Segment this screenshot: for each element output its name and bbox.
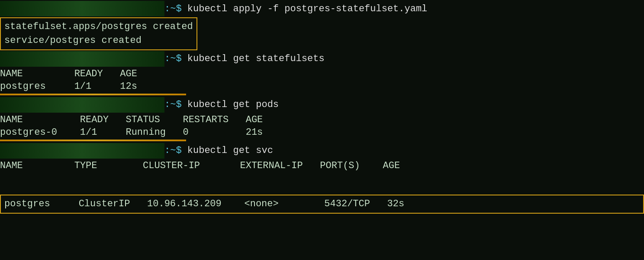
svc-header: NAME TYPE CLUSTER-IP EXTERNAL-IP PORT(S)… (0, 159, 644, 172)
svc-row-box: postgres ClusterIP 10.96.143.209 <none> … (0, 195, 644, 214)
pods-header: NAME READY STATUS RESTARTS AGE (0, 114, 644, 126)
prompt-symbol-2: :~$ (164, 53, 187, 64)
output-line-2: service/postgres created (4, 34, 193, 48)
statefulsets-header: NAME READY AGE (0, 68, 644, 80)
pods-row: postgres-0 1/1 Running 0 21s (0, 126, 644, 139)
prompt-block-2 (0, 51, 164, 67)
prompt-symbol-4: :~$ (164, 145, 187, 156)
output-box-apply: statefulset.apps/postgres created servic… (0, 17, 197, 50)
command-line-2: :~$ kubectl get statefulsets (0, 50, 644, 68)
command-line-1: :~$ kubectl apply -f postgres-statefulse… (0, 0, 644, 17)
command-2: kubectl get statefulsets (187, 53, 325, 64)
command-3: kubectl get pods (187, 99, 279, 110)
output-line-1: statefulset.apps/postgres created (4, 20, 193, 34)
command-1: kubectl apply -f postgres-statefulset.ya… (187, 3, 428, 14)
prompt-block-1 (0, 1, 164, 16)
separator-2 (0, 140, 186, 141)
prompt-symbol-3: :~$ (164, 99, 187, 110)
svc-row: postgres ClusterIP 10.96.143.209 <none> … (4, 197, 640, 211)
command-line-4: :~$ kubectl get svc (0, 142, 644, 159)
svc-dark-rows (0, 172, 644, 193)
command-line-3: :~$ kubectl get pods (0, 96, 644, 114)
separator-1 (0, 94, 186, 95)
command-4: kubectl get svc (187, 145, 273, 156)
statefulsets-row: postgres 1/1 12s (0, 80, 644, 93)
prompt-block-3 (0, 97, 164, 113)
terminal-window: :~$ kubectl apply -f postgres-statefulse… (0, 0, 644, 260)
prompt-block-4 (0, 143, 164, 159)
prompt-symbol-1: :~$ (164, 3, 187, 14)
